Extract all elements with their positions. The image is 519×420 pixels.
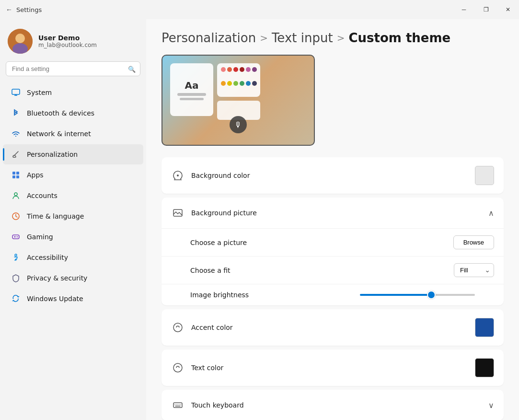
sidebar-item-bluetooth[interactable]: Bluetooth & devices (3, 103, 143, 123)
accent-color-swatch[interactable] (475, 318, 494, 337)
sidebar-item-accounts[interactable]: Accounts (3, 186, 143, 206)
touch-keyboard-row: Touch keyboard ∨ (161, 390, 504, 420)
svg-rect-3 (12, 89, 20, 94)
image-brightness-slider[interactable] (360, 294, 475, 296)
sidebar-item-gaming[interactable]: Gaming (3, 227, 143, 247)
preview-color-dot (227, 81, 232, 86)
touch-keyboard-label: Touch keyboard (191, 401, 488, 409)
preview-color-dot (227, 67, 232, 72)
touch-keyboard-expand-button[interactable]: ∨ (488, 401, 494, 410)
browse-button[interactable]: Browse (453, 235, 494, 249)
avatar (8, 29, 33, 54)
window-controls: ─ ❐ ✕ (453, 0, 519, 19)
sidebar-item-label: Gaming (27, 233, 53, 241)
sidebar-item-label: Accounts (27, 192, 58, 199)
background-color-value (475, 166, 494, 185)
nav-list: System Bluetooth & devices Network & int… (0, 82, 146, 309)
shield-icon (11, 273, 21, 283)
background-color-label: Background color (191, 172, 475, 179)
text-color-label: Text color (191, 364, 475, 372)
monitor-icon (11, 87, 21, 98)
brush-icon (11, 149, 21, 160)
gamepad-icon (11, 232, 21, 242)
sidebar-item-label: Bluetooth & devices (27, 109, 94, 117)
touch-keyboard-card: Touch keyboard ∨ (161, 390, 504, 420)
svg-point-11 (14, 193, 17, 196)
sidebar-item-system[interactable]: System (3, 82, 143, 103)
svg-point-14 (15, 254, 17, 256)
choose-fit-row: Choose a fit FillFitStretchCenterSpan (161, 256, 504, 284)
svg-point-6 (15, 136, 16, 137)
user-profile[interactable]: User Demo m_lab@outlook.com (0, 25, 146, 61)
choose-fit-select-wrap: FillFitStretchCenterSpan (454, 263, 494, 277)
accent-color-card: Accent color (161, 309, 504, 346)
svg-rect-10 (16, 175, 19, 178)
svg-rect-13 (12, 235, 19, 239)
svg-rect-9 (12, 175, 15, 178)
background-picture-row: Background picture ∧ (161, 198, 504, 228)
sidebar-item-network[interactable]: Network & internet (3, 124, 143, 144)
person-icon (11, 190, 21, 201)
maximize-button[interactable]: ❐ (475, 0, 497, 19)
wifi-icon (11, 128, 21, 139)
user-email: m_lab@outlook.com (38, 42, 97, 48)
image-brightness-label: Image brightness (190, 291, 360, 299)
sidebar-item-accessibility[interactable]: Accessibility (3, 247, 143, 268)
breadcrumb-parent2[interactable]: Text input (272, 31, 333, 45)
sidebar-item-privacy[interactable]: Privacy & security (3, 268, 143, 288)
text-color-swatch[interactable] (475, 358, 494, 377)
preview-color-dot (252, 81, 257, 86)
breadcrumb-current: Custom theme (348, 31, 450, 45)
background-color-swatch[interactable] (475, 166, 494, 185)
text-color-icon (171, 361, 185, 374)
preview-color-dot (233, 81, 238, 86)
background-picture-card: Background picture ∧ Choose a picture Br… (161, 198, 504, 305)
background-picture-collapse-button[interactable]: ∧ (488, 209, 494, 218)
accent-color-row: Accent color (161, 309, 504, 346)
sidebar-item-windowsupdate[interactable]: Windows Update (3, 289, 143, 309)
sidebar-item-label: Privacy & security (27, 274, 87, 282)
preview-aa-text: Aa (185, 80, 199, 91)
breadcrumb-sep1: > (260, 32, 268, 44)
preview-color-dot (246, 67, 251, 72)
refresh-icon (11, 293, 21, 304)
preview-color-dot (221, 67, 226, 72)
image-brightness-slider-wrap (360, 294, 494, 296)
sidebar-item-label: Apps (27, 171, 44, 179)
back-button[interactable]: ← (6, 6, 12, 13)
breadcrumb-parent1[interactable]: Personalization (161, 31, 256, 45)
background-color-icon (171, 169, 185, 182)
preview-keyboard: Aa (170, 63, 213, 116)
user-info: User Demo m_lab@outlook.com (38, 34, 97, 48)
preview-color-dot (240, 81, 244, 86)
sidebar-item-time[interactable]: Time & language (3, 206, 143, 226)
svg-point-15 (177, 175, 179, 176)
user-name: User Demo (38, 34, 97, 42)
preview-bar1 (177, 93, 206, 96)
svg-rect-8 (16, 172, 19, 175)
close-button[interactable]: ✕ (497, 0, 519, 19)
text-color-card: Text color (161, 350, 504, 386)
text-color-row: Text color (161, 350, 504, 386)
choose-picture-label: Choose a picture (190, 239, 453, 246)
svg-point-1 (15, 34, 25, 43)
background-picture-label: Background picture (191, 209, 488, 217)
sidebar-item-label: Accessibility (27, 254, 68, 261)
sidebar-item-label: Personalization (27, 151, 78, 158)
app-body: User Demo m_lab@outlook.com 🔍 System Blu… (0, 19, 519, 420)
minimize-button[interactable]: ─ (453, 0, 475, 19)
main-content: Personalization > Text input > Custom th… (146, 19, 519, 420)
search-input[interactable] (6, 61, 140, 76)
sidebar-item-apps[interactable]: Apps (3, 165, 143, 185)
sidebar-item-label: System (27, 89, 52, 96)
breadcrumb: Personalization > Text input > Custom th… (161, 31, 504, 45)
image-brightness-row: Image brightness (161, 284, 504, 305)
grid-icon (11, 170, 21, 180)
accent-color-icon (171, 321, 185, 334)
preview-color-dot (246, 81, 251, 86)
choose-fit-select[interactable]: FillFitStretchCenterSpan (454, 263, 494, 277)
svg-rect-7 (12, 172, 15, 175)
touch-keyboard-icon (171, 398, 185, 412)
sidebar-item-personalization[interactable]: Personalization (3, 144, 143, 164)
breadcrumb-sep2: > (337, 32, 345, 44)
